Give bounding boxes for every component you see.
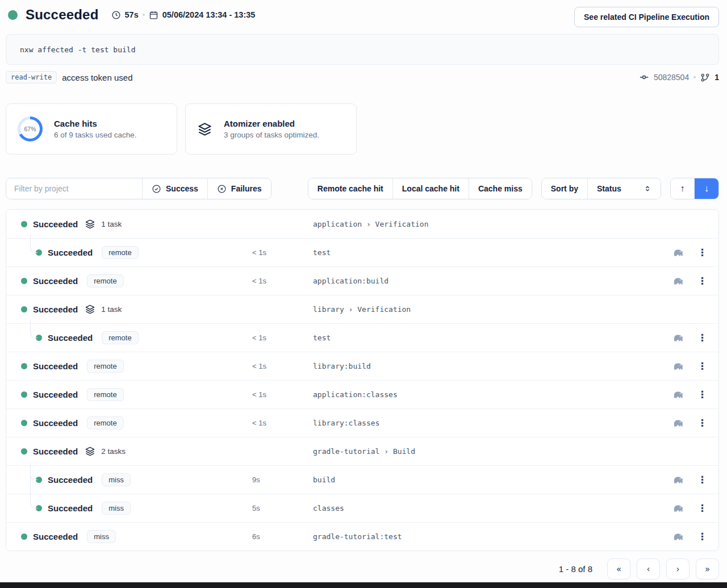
task-row[interactable]: Succeeded miss 5s classes ⋮ (6, 494, 718, 522)
last-page-button[interactable]: » (696, 558, 719, 579)
task-name: library › Verification (313, 305, 664, 314)
task-name: build (313, 476, 664, 484)
gradle-scan-button[interactable] (672, 502, 684, 514)
task-status-dot (21, 306, 27, 312)
gradle-scan-button[interactable] (672, 275, 684, 287)
task-name: application:classes (313, 390, 664, 399)
bottom-edge-bar (0, 582, 727, 588)
filter-failures-button[interactable]: Failures (208, 178, 271, 199)
row-menu-button[interactable]: ⋮ (697, 390, 707, 399)
row-menu-button[interactable]: ⋮ (697, 248, 707, 257)
task-duration: < 1s (252, 277, 313, 285)
gradle-scan-button[interactable] (672, 389, 684, 401)
commit-sha[interactable]: 50828504 (654, 73, 689, 82)
related-pipeline-button[interactable]: See related CI Pipeline Execution (574, 7, 719, 27)
gradle-scan-button[interactable] (672, 360, 684, 372)
first-page-button[interactable]: « (607, 558, 630, 579)
sort-direction-group: ↑ ↓ (670, 178, 719, 199)
task-status-dot (21, 391, 27, 398)
filter-cache-miss-button[interactable]: Cache miss (469, 178, 532, 199)
gradle-elephant-icon (672, 531, 684, 543)
row-menu-button[interactable]: ⋮ (697, 276, 707, 286)
gradle-elephant-icon (672, 474, 684, 486)
clock-icon (111, 10, 121, 20)
task-row[interactable]: Succeeded miss 9s build ⋮ (6, 465, 718, 494)
task-duration: < 1s (252, 419, 313, 427)
cache-hits-subtitle: 6 of 9 tasks used cache. (54, 131, 137, 139)
task-duration: < 1s (252, 248, 313, 257)
cache-status-badge: miss (102, 502, 131, 515)
row-menu-button[interactable]: ⋮ (697, 418, 707, 428)
calendar-icon (149, 10, 158, 20)
gradle-scan-button[interactable] (672, 247, 684, 258)
task-row[interactable]: Succeeded remote < 1s application:build … (6, 266, 718, 295)
command-box: nxw affected -t test build (6, 34, 719, 65)
cache-hits-card[interactable]: 67% Cache hits 6 of 9 tasks used cache. (6, 103, 177, 155)
cache-filter-group: Remote cache hit Local cache hit Cache m… (308, 178, 532, 199)
cache-status-badge: remote (102, 331, 138, 344)
task-count-label: 1 task (101, 220, 122, 228)
task-row[interactable]: Succeeded miss 6s gradle-tutorial:test ⋮ (6, 522, 718, 551)
layers-icon (85, 304, 95, 315)
gradle-elephant-icon (672, 247, 684, 258)
tree-connector-line (30, 320, 37, 338)
atomizer-card[interactable]: Atomizer enabled 3 groups of tasks optim… (185, 103, 357, 155)
sort-ascending-button[interactable]: ↑ (671, 178, 695, 199)
filter-remote-cache-hit-button[interactable]: Remote cache hit (308, 178, 393, 199)
filter-project-input[interactable] (6, 178, 143, 199)
gradle-scan-button[interactable] (672, 474, 684, 486)
cache-hits-donut: 67% (18, 116, 43, 141)
cache-status-badge: miss (102, 473, 131, 486)
task-duration: < 1s (252, 333, 313, 342)
summary-cards: 67% Cache hits 6 of 9 tasks used cache. … (6, 103, 719, 155)
row-menu-button[interactable]: ⋮ (697, 333, 707, 343)
task-row[interactable]: Succeeded remote < 1s test ⋮ (6, 323, 718, 352)
task-status-dot (21, 420, 27, 426)
task-row[interactable]: Succeeded remote < 1s application:classe… (6, 380, 718, 408)
row-menu-button[interactable]: ⋮ (697, 503, 707, 513)
branch-count: 1 (715, 73, 719, 82)
next-page-button[interactable]: › (666, 558, 690, 579)
sort-select[interactable]: Status (588, 178, 661, 199)
row-menu-button[interactable]: ⋮ (697, 532, 707, 541)
gradle-scan-button[interactable] (672, 531, 684, 543)
task-row[interactable]: Succeeded remote < 1s library:build ⋮ (6, 352, 718, 380)
task-row[interactable]: Succeeded remote < 1s library:classes ⋮ (6, 408, 718, 437)
task-row[interactable]: Succeeded remote < 1s test ⋮ (6, 238, 718, 266)
cache-status-badge: remote (87, 360, 123, 373)
task-row[interactable]: Succeeded 2 tasks gradle-tutorial › Buil… (6, 437, 718, 465)
commit-icon (639, 72, 649, 82)
gradle-scan-button[interactable] (672, 332, 684, 344)
gradle-elephant-icon (672, 332, 684, 344)
git-branch-icon (700, 73, 710, 82)
cache-status-badge: remote (102, 246, 138, 259)
task-duration: 9s (252, 476, 313, 484)
task-row[interactable]: Succeeded 1 task library › Verification … (6, 295, 718, 323)
previous-page-button[interactable]: ‹ (637, 558, 660, 579)
atomizer-title: Atomizer enabled (224, 119, 319, 128)
task-name: library:classes (313, 419, 664, 427)
gradle-scan-button[interactable] (672, 417, 684, 429)
filter-success-button[interactable]: Success (143, 178, 208, 199)
task-status-label: Succeeded (33, 305, 78, 314)
run-meta: 57s 05/06/2024 13:34 - 13:35 (111, 10, 256, 20)
filter-local-cache-hit-button[interactable]: Local cache hit (393, 178, 469, 199)
task-status-dot (21, 278, 27, 284)
task-name: application:build (313, 277, 664, 285)
sort-descending-button[interactable]: ↓ (695, 178, 718, 199)
task-duration: < 1s (252, 362, 313, 370)
row-menu-button[interactable]: ⋮ (697, 361, 707, 371)
separator-dot (143, 14, 145, 16)
run-date-range: 05/06/2024 13:34 - 13:35 (162, 10, 256, 19)
task-name: library:build (313, 362, 664, 370)
sort-group: Sort by Status (541, 178, 661, 199)
filter-bar: Success Failures Remote cache hit Local … (6, 178, 719, 199)
row-menu-button[interactable]: ⋮ (697, 475, 707, 485)
filter-success-label: Success (166, 184, 198, 193)
tree-connector-line (30, 235, 37, 253)
gradle-elephant-icon (672, 502, 684, 514)
pagination: 1 - 8 of 8 « ‹ › » (6, 558, 719, 579)
tree-connector-line (30, 477, 37, 508)
task-row[interactable]: Succeeded 1 task application › Verificat… (6, 210, 718, 238)
gradle-elephant-icon (672, 275, 684, 287)
